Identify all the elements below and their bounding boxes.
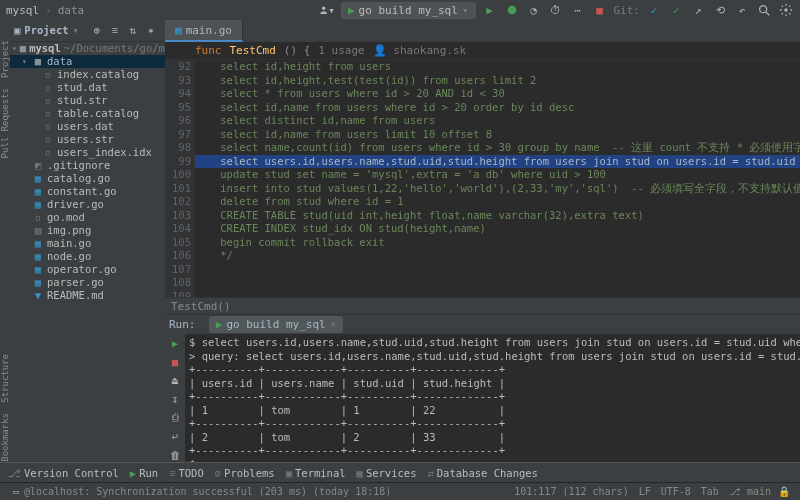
tool-pull-requests[interactable]: Pull Requests: [0, 88, 10, 158]
tree-item[interactable]: ▫stud.str: [10, 94, 165, 107]
rerun-icon[interactable]: ▶: [167, 337, 183, 351]
history-icon[interactable]: ⟲: [712, 2, 728, 18]
print-icon[interactable]: ⎙: [167, 411, 183, 425]
tree-item[interactable]: ▦driver.go: [10, 198, 165, 211]
settings-icon[interactable]: [778, 2, 794, 18]
bottom-services[interactable]: ▦Services: [353, 467, 421, 479]
attach-icon[interactable]: ⋯: [570, 2, 586, 18]
author-hint[interactable]: 👤 shaokang.sk: [373, 44, 466, 57]
git-update-icon[interactable]: ✓: [646, 2, 662, 18]
bottom-run[interactable]: ▶Run: [126, 467, 162, 479]
exit-icon[interactable]: ⏏: [167, 374, 183, 388]
project-tree[interactable]: ▣Project▾ ⊕ ≡ ⇅ ✶ — ▾■mysql ~/Documents/…: [10, 20, 165, 462]
trash-icon[interactable]: 🗑: [167, 448, 183, 462]
tree-item[interactable]: ◩.gitignore: [10, 159, 165, 172]
soft-wrap-icon[interactable]: ↩: [167, 430, 183, 444]
cursor-position[interactable]: 101:117 (112 chars): [509, 486, 633, 497]
bottom-terminal[interactable]: ▣Terminal: [282, 467, 350, 479]
tool-bookmarks[interactable]: Bookmarks: [0, 413, 10, 462]
usage-hint[interactable]: 1 usage: [318, 44, 364, 57]
tree-item[interactable]: ▫users_index.idx: [10, 146, 165, 159]
debug-button[interactable]: [504, 2, 520, 18]
collapse-icon[interactable]: ⇅: [125, 23, 141, 39]
run-button[interactable]: ▶: [482, 2, 498, 18]
tree-item[interactable]: ▫index.catalog: [10, 68, 165, 81]
svg-point-2: [760, 6, 767, 13]
tree-item[interactable]: ▫table.catalog: [10, 107, 165, 120]
person-icon[interactable]: ▾: [319, 2, 335, 18]
git-label: Git:: [614, 4, 641, 17]
line-sep[interactable]: LF: [634, 486, 656, 497]
coverage-button[interactable]: ◔: [526, 2, 542, 18]
bottom-todo[interactable]: ≡TODO: [165, 467, 208, 479]
svg-point-1: [507, 6, 516, 15]
tree-item[interactable]: ▦catalog.go: [10, 172, 165, 185]
search-icon[interactable]: [756, 2, 772, 18]
bottom-problems[interactable]: ⊘Problems: [211, 467, 279, 479]
breadcrumb-bar[interactable]: TestCmd(): [165, 297, 800, 314]
breadcrumb-root[interactable]: mysql: [6, 4, 39, 17]
status-message: @localhost: Synchronization successful (…: [24, 486, 391, 497]
breadcrumb-folder[interactable]: data: [58, 4, 85, 17]
chevron-right-icon: ›: [45, 4, 52, 17]
tree-item[interactable]: ▦main.go: [10, 237, 165, 250]
tree-item[interactable]: ▾■mysql ~/Documents/go/mysql: [10, 42, 165, 55]
tree-item[interactable]: ▾■data: [10, 55, 165, 68]
tool-project[interactable]: Project: [0, 40, 10, 78]
tree-item[interactable]: ▼README.md: [10, 289, 165, 302]
tool-structure[interactable]: Structure: [0, 354, 10, 403]
indent[interactable]: Tab: [696, 486, 724, 497]
tree-item[interactable]: ▦constant.go: [10, 185, 165, 198]
run-configuration[interactable]: ▶ go build my_sql ▾: [341, 2, 476, 19]
tree-item[interactable]: ▫stud.dat: [10, 81, 165, 94]
profile-button[interactable]: ⏱: [548, 2, 564, 18]
rollback-icon[interactable]: ↶: [734, 2, 750, 18]
func-params: () {: [284, 44, 311, 57]
svg-line-3: [766, 12, 770, 16]
stop-button[interactable]: ■: [592, 2, 608, 18]
options-icon[interactable]: ✶: [143, 23, 159, 39]
editor-tab-main[interactable]: ▦main.go: [165, 20, 243, 42]
project-panel-header: ▣Project▾ ⊕ ≡ ⇅ ✶ —: [10, 20, 165, 42]
console-output[interactable]: $ select users.id,users.name,stud.uid,st…: [185, 334, 800, 462]
select-opened-icon[interactable]: ⊕: [89, 23, 105, 39]
expand-all-icon[interactable]: ≡: [107, 23, 123, 39]
lock-icon[interactable]: 🔒: [776, 484, 792, 500]
bottom-db-changes[interactable]: ⇄Database Changes: [423, 467, 541, 479]
run-tab[interactable]: ▶go build my_sql×: [209, 316, 344, 333]
tree-item[interactable]: ▫users.dat: [10, 120, 165, 133]
scroll-end-icon[interactable]: ↧: [167, 393, 183, 407]
run-label: Run:: [169, 318, 196, 331]
svg-point-4: [784, 8, 788, 12]
git-commit-icon[interactable]: ✓: [668, 2, 684, 18]
encoding[interactable]: UTF-8: [656, 486, 696, 497]
event-log-icon[interactable]: ▭: [8, 484, 24, 500]
tree-item[interactable]: ▫users.str: [10, 133, 165, 146]
tree-item[interactable]: ▦operator.go: [10, 263, 165, 276]
svg-point-0: [322, 6, 326, 10]
func-name: TestCmd: [230, 44, 276, 57]
git-branch[interactable]: ⎇ main: [724, 486, 776, 497]
git-push-icon[interactable]: ↗: [690, 2, 706, 18]
tree-item[interactable]: ▫go.mod: [10, 211, 165, 224]
stop-icon[interactable]: ■: [167, 356, 183, 370]
tree-item[interactable]: ▦parser.go: [10, 276, 165, 289]
tree-item[interactable]: ▧img.png: [10, 224, 165, 237]
bottom-version-control[interactable]: ⎇Version Control: [4, 467, 123, 479]
tree-item[interactable]: ▦node.go: [10, 250, 165, 263]
func-keyword: func: [195, 44, 222, 57]
